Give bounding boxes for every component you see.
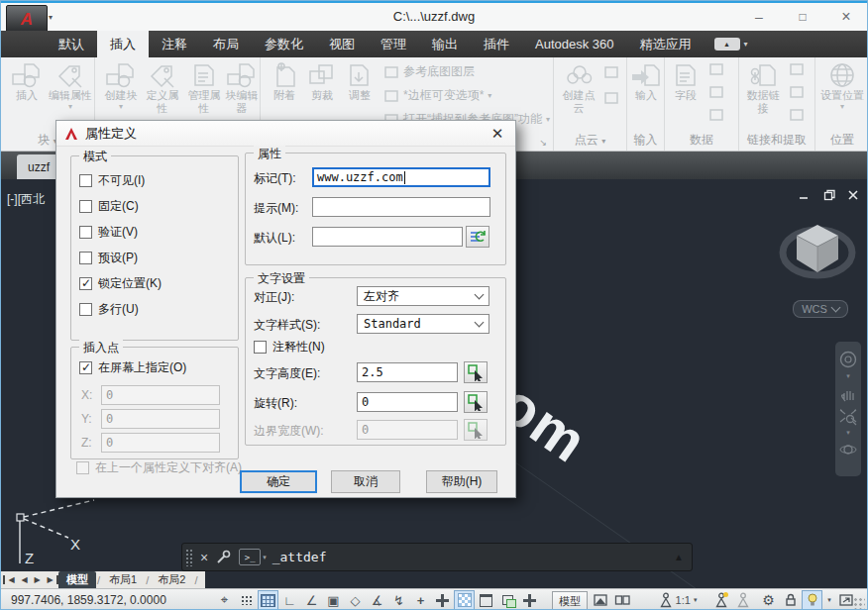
dropdown-arrow-icon[interactable]: ▾	[263, 554, 267, 561]
rotation-input[interactable]: 0	[357, 392, 458, 412]
checkbox[interactable]	[79, 252, 92, 264]
panel-import-label[interactable]: 输入	[627, 132, 664, 149]
maximize-button[interactable]: □	[790, 7, 815, 27]
customize-wrench-icon[interactable]	[215, 550, 231, 565]
prev-layout-icon[interactable]: ◀	[18, 575, 31, 584]
resize-grip[interactable]	[853, 597, 865, 609]
checkbox-checked[interactable]	[79, 361, 92, 374]
insert-block-button[interactable]: 插入	[7, 61, 47, 102]
pick-rotation-button[interactable]	[464, 391, 488, 413]
tab-plugins[interactable]: 插件	[471, 31, 522, 57]
text-height-input[interactable]: 2.5	[357, 362, 458, 382]
default-input[interactable]	[312, 227, 463, 247]
annotation-visibility-toggle[interactable]	[710, 590, 731, 610]
annotative-checkbox-row[interactable]: 注释性(N)	[254, 339, 325, 356]
last-layout-icon[interactable]: ▶	[44, 575, 58, 584]
data-link-button[interactable]: 数据链接	[743, 61, 783, 115]
boundary-width-input[interactable]: 0	[357, 420, 458, 440]
dynamic-input-toggle[interactable]: +	[410, 590, 431, 610]
infer-constraints-toggle[interactable]: ⌖	[214, 590, 235, 610]
dropdown-arrow-icon[interactable]: ▾	[846, 429, 850, 437]
dropdown-arrow-icon[interactable]: ▾	[846, 372, 850, 380]
tab-model[interactable]: 模型	[58, 571, 96, 588]
y-input[interactable]: 0	[101, 409, 220, 429]
tab-autodesk360[interactable]: Autodesk 360	[522, 31, 627, 57]
checkbox[interactable]	[254, 341, 267, 354]
checkbox[interactable]	[79, 200, 92, 213]
constant-checkbox-row[interactable]: 固定(C)	[79, 198, 139, 215]
command-line[interactable]: × >_ ▾ _attdef ▲	[181, 543, 693, 571]
attach-button[interactable]: 附着	[267, 61, 302, 102]
model-space-button[interactable]: 模型	[552, 591, 588, 610]
doc-close-button[interactable]	[843, 187, 863, 203]
panel-data-label[interactable]: 数据	[665, 132, 738, 149]
create-pointcloud-button[interactable]: 创建点云	[558, 61, 599, 115]
layout-quickview-button[interactable]	[590, 590, 610, 610]
checkbox[interactable]	[79, 174, 92, 187]
quickview-drawings-button[interactable]	[611, 590, 632, 610]
set-location-button[interactable]: 设置位置 ▾	[820, 61, 864, 111]
panel-launcher-icon[interactable]: ↘	[539, 138, 547, 148]
ortho-mode-toggle[interactable]: ∟	[279, 590, 300, 610]
clip-button[interactable]: 剪裁	[304, 61, 340, 102]
x-input[interactable]: 0	[101, 385, 220, 405]
navigation-wheel-icon[interactable]	[838, 350, 858, 369]
frame-options-button[interactable]: *边框可变选项* ▾	[383, 87, 491, 104]
command-history-toggle-icon[interactable]: ▲	[674, 552, 684, 562]
pointcloud-mini-icon[interactable]	[603, 91, 619, 105]
dialog-close-button[interactable]: ✕	[488, 125, 507, 143]
grid-display-toggle[interactable]	[258, 590, 278, 610]
first-layout-icon[interactable]: ◀	[3, 575, 18, 584]
help-button[interactable]: 帮助(H)	[426, 470, 497, 493]
annotation-scale-button[interactable]: 1:1 ▾	[647, 590, 708, 610]
viewport-controls[interactable]: [-][西北	[7, 191, 54, 208]
edit-attributes-button[interactable]: 编辑属性 ▾	[49, 61, 92, 111]
tab-layout[interactable]: 布局	[200, 31, 252, 57]
pointcloud-mini-icon[interactable]	[603, 65, 619, 79]
panel-location-label[interactable]: 位置	[815, 132, 868, 149]
doc-restore-button[interactable]	[819, 187, 839, 203]
auto-annotation-scale-toggle[interactable]	[732, 590, 753, 610]
invisible-checkbox-row[interactable]: 不可见(I)	[79, 172, 145, 189]
block-editor-button[interactable]: 块编辑器	[224, 61, 260, 115]
preset-checkbox-row[interactable]: 预设(P)	[79, 250, 138, 266]
tag-input[interactable]: www.uzzf.com	[312, 167, 490, 187]
tab-output[interactable]: 输出	[419, 31, 471, 57]
link-mini-icon[interactable]	[789, 62, 805, 76]
file-tab-uzzf[interactable]: uzzf	[17, 154, 60, 179]
import-button[interactable]: 输入	[630, 61, 662, 102]
minimize-button[interactable]: –	[746, 7, 772, 27]
quick-properties-toggle[interactable]	[476, 590, 496, 610]
object-snap-tracking-toggle[interactable]: ∡	[367, 590, 387, 610]
doc-minimize-button[interactable]	[794, 187, 814, 203]
specify-onscreen-checkbox-row[interactable]: 在屏幕上指定(O)	[79, 359, 186, 376]
tab-default[interactable]: 默认	[46, 31, 97, 57]
tab-insert[interactable]: 插入	[97, 31, 149, 57]
multiline-checkbox-row[interactable]: 多行(U)	[79, 301, 139, 318]
panel-link-extract-label[interactable]: 链接和提取	[739, 132, 814, 149]
next-layout-icon[interactable]: ▶	[31, 575, 44, 584]
ribbon-collapse-control[interactable]: ▲ ▾	[714, 31, 748, 57]
adjust-button[interactable]: 调整	[342, 61, 378, 102]
snap-mode-toggle[interactable]	[236, 590, 257, 610]
data-mini-icon[interactable]	[708, 108, 724, 122]
checkbox-checked[interactable]	[79, 277, 92, 290]
command-input[interactable]: _attdef	[272, 550, 674, 564]
field-button[interactable]: 字段	[669, 61, 703, 102]
dynamic-ucs-toggle[interactable]: ↯	[388, 590, 409, 610]
insert-field-button[interactable]	[466, 226, 489, 248]
status-bar-menu-button[interactable]: ▾	[823, 590, 835, 610]
orbit-icon[interactable]	[838, 440, 858, 459]
create-block-button[interactable]: 创建块 ▾	[101, 61, 141, 111]
link-mini-icon[interactable]	[789, 108, 805, 122]
tab-parametric[interactable]: 参数化	[252, 31, 316, 57]
workspace-switching-button[interactable]: ⚙	[758, 590, 779, 610]
checkbox[interactable]	[79, 303, 92, 316]
object-snap-toggle[interactable]: ▣	[323, 590, 344, 610]
hardware-acceleration-button[interactable]	[802, 590, 822, 610]
data-mini-icon[interactable]	[708, 62, 724, 76]
define-attributes-button[interactable]: 定义属性	[143, 61, 182, 115]
zoom-extents-icon[interactable]	[838, 406, 858, 426]
ok-button[interactable]: 确定	[240, 470, 317, 493]
pick-boundary-width-button[interactable]	[464, 419, 488, 441]
